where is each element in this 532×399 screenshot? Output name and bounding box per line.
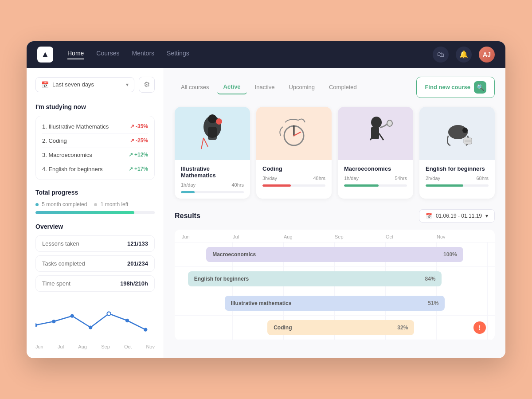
gantt-bar-pct: 51% — [428, 300, 438, 306]
card-meta: 1h/day 54hrs — [344, 176, 407, 181]
progress-section: Total progress 5 month completed 1 month… — [35, 189, 155, 214]
list-item: 2. Coding ↗ -25% — [42, 134, 148, 148]
chart-label: Jun — [35, 344, 43, 349]
gantt-bar-pct: 84% — [425, 276, 435, 282]
tasks-label: Tasks completed — [42, 260, 85, 267]
studying-title: I'm studying now — [35, 103, 155, 110]
date-filter[interactable]: 📅 Last seven days ▾ — [35, 77, 134, 92]
progress-legend: 5 month completed 1 month left — [35, 201, 155, 207]
lessons-value: 121/133 — [127, 240, 148, 247]
nav-settings[interactable]: Settings — [167, 50, 189, 59]
filter-bar: 📅 Last seven days ▾ ⚙ — [35, 77, 155, 93]
gantt-month: Oct — [386, 234, 437, 239]
chart-label: Aug — [78, 344, 87, 349]
tab-active[interactable]: Active — [217, 80, 247, 94]
item-rank-label: 2. Coding — [42, 137, 67, 144]
item-rank-label: 4. English for beginners — [42, 166, 103, 172]
date-range-label: 01.06.19 - 01.11.19 — [436, 213, 482, 219]
results-header: Results 📅 01.06.19 - 01.11.19 ▾ — [175, 209, 495, 223]
card-total-hours: 40hrs — [231, 182, 244, 188]
card-progress-fill — [426, 184, 463, 187]
find-course-label: Find new course — [425, 84, 470, 90]
list-item: 3. Macroeconomics ↗ +12% — [42, 148, 148, 162]
left-dot — [94, 203, 97, 206]
course-card-coding[interactable]: Coding 3h/day 48hrs — [256, 107, 332, 199]
gantt-row-illmath: Illustrative mathematics 51% — [175, 291, 495, 316]
card-illustration-math — [175, 107, 250, 160]
grid-col — [182, 316, 233, 340]
item-change-badge: ↗ +17% — [129, 166, 148, 172]
gantt-bar-label: Illustrative mathematics — [231, 300, 292, 306]
card-hours-day: 3h/day — [262, 176, 277, 181]
card-body: English for beginners 2h/day 68hrs — [419, 160, 495, 192]
gantt-row-macro: Macroeconomics 100% — [175, 243, 495, 267]
gantt-bar-illmath: Illustrative mathematics 51% — [225, 296, 445, 311]
gantt-bar-label: English for beginners — [194, 276, 249, 282]
svg-point-1 — [52, 319, 55, 323]
sidebar: 📅 Last seven days ▾ ⚙ I'm studying now 1… — [27, 68, 164, 358]
nav-courses[interactable]: Courses — [96, 50, 119, 59]
nav-mentors[interactable]: Mentors — [132, 50, 155, 59]
card-title: Macroeconomics — [344, 165, 407, 172]
card-progress-bar — [426, 184, 489, 187]
nav-home[interactable]: Home — [67, 50, 84, 59]
svg-point-4 — [107, 312, 110, 315]
gantt-row-coding: Coding 32% ! — [175, 316, 495, 340]
gantt-bar-label: Coding — [274, 325, 292, 331]
tab-all-courses[interactable]: All courses — [175, 80, 215, 94]
gantt-month: Aug — [284, 234, 335, 239]
time-value: 198h/210h — [120, 280, 148, 287]
course-card-english[interactable]: English for beginners 2h/day 68hrs — [419, 107, 495, 199]
date-filter-label: Last seven days — [52, 81, 94, 88]
chevron-down-icon: ▾ — [126, 82, 129, 88]
gantt-bar-macro: Macroeconomics 100% — [206, 247, 463, 262]
svg-point-5 — [125, 318, 129, 322]
filter-button[interactable]: ⚙ — [139, 77, 155, 93]
tab-inactive[interactable]: Inactive — [249, 80, 281, 94]
card-hours-day: 1h/day — [181, 182, 196, 188]
nav-links: Home Courses Mentors Settings — [67, 50, 419, 59]
svg-line-19 — [379, 133, 383, 140]
gantt-month: Nov — [437, 234, 488, 239]
gantt-bar-pct: 100% — [443, 251, 457, 258]
svg-point-10 — [216, 118, 222, 125]
tasks-item: Tasks completed 201/234 — [35, 255, 155, 272]
gantt-month: Jul — [233, 234, 284, 239]
bag-icon[interactable]: 🛍 — [433, 47, 449, 63]
card-illustration-english — [419, 107, 495, 160]
item-rank-label: 3. Macroeconomics — [42, 152, 92, 158]
card-title: Coding — [262, 165, 325, 172]
main-layout: 📅 Last seven days ▾ ⚙ I'm studying now 1… — [27, 68, 505, 358]
navbar: ▲ Home Courses Mentors Settings 🛍 🔔 AJ — [27, 41, 505, 68]
course-card-macro[interactable]: Macroeconomics 1h/day 54hrs — [338, 107, 413, 199]
chart-label: Nov — [146, 344, 155, 349]
card-body: Macroeconomics 1h/day 54hrs — [338, 160, 413, 192]
avatar[interactable]: AJ — [479, 47, 495, 63]
gantt-month: Sep — [335, 234, 386, 239]
gantt-bar-pct: 32% — [397, 325, 408, 331]
card-hours-day: 2h/day — [426, 176, 440, 181]
overview-section: Overview Lessons taken 121/133 Tasks com… — [35, 223, 155, 292]
course-card-math[interactable]: Illustrative Mathematics 1h/day 40hrs — [175, 107, 250, 199]
app-container: ▲ Home Courses Mentors Settings 🛍 🔔 AJ 📅… — [27, 41, 505, 358]
time-item: Time spent 198h/210h — [35, 275, 155, 292]
date-range-picker[interactable]: 📅 01.06.19 - 01.11.19 ▾ — [419, 209, 495, 223]
item-rank-label: 1. Illustrative Mathematics — [42, 123, 109, 130]
alert-icon: ! — [473, 321, 486, 334]
find-course-button[interactable]: Find new course 🔍 — [416, 77, 495, 98]
tasks-value: 201/234 — [127, 260, 148, 267]
card-total-hours: 48hrs — [313, 176, 325, 181]
card-meta: 3h/day 48hrs — [262, 176, 325, 181]
lessons-label: Lessons taken — [42, 240, 79, 247]
item-change-badge: ↗ -35% — [130, 123, 148, 129]
tab-completed[interactable]: Completed — [323, 80, 363, 94]
card-progress-bar — [344, 184, 407, 187]
bell-icon[interactable]: 🔔 — [456, 47, 472, 63]
svg-point-16 — [371, 117, 382, 128]
time-label: Time spent — [42, 280, 70, 287]
content-area: All courses Active Inactive Upcoming Com… — [164, 68, 505, 358]
gantt-chart: Jun Jul Aug Sep Oct Nov — [175, 230, 495, 340]
gantt-months: Jun Jul Aug Sep Oct Nov — [175, 230, 495, 243]
tab-upcoming[interactable]: Upcoming — [282, 80, 321, 94]
gantt-bar-coding: Coding 32% — [267, 320, 414, 335]
